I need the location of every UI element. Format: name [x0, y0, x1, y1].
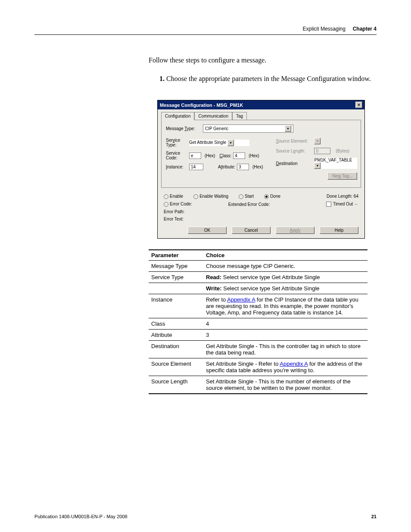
attribute-label: Attribute: [218, 165, 235, 169]
instance-input[interactable]: 14 [189, 164, 203, 170]
choice-cell: Set Attribute Single - Refer to Appendix… [203, 358, 367, 376]
hex-label: (Hex) [252, 165, 263, 169]
instance-label: Instance: [166, 165, 187, 169]
dialog-titlebar: Message Configuration - MSG_PM1K × [158, 100, 364, 109]
service-type-value: Get Attribute Single [189, 140, 226, 145]
param-cell: Source Element [149, 358, 203, 376]
tab-configuration[interactable]: Configuration [161, 112, 194, 120]
status-row: Enable Enable Waiting Start Done Done Le… [158, 191, 364, 202]
class-label: Class: [219, 153, 231, 158]
service-code-label: ServiceCode: [166, 151, 187, 160]
choice-cell: Choose message type CIP Generic. [203, 261, 367, 272]
choice-cell: Write: Select service type Set Attribute… [203, 283, 367, 294]
appendix-link[interactable]: Appendix A [280, 361, 308, 367]
param-cell: Source Length [149, 376, 203, 394]
destination-value: PM1K_VAF_TABLE [314, 158, 352, 162]
service-type-select[interactable]: Get Attribute Single ▼ [189, 140, 249, 146]
message-config-dialog: Message Configuration - MSG_PM1K × Confi… [157, 100, 365, 239]
table-row: Destination Get Attribute Single - This … [149, 341, 367, 358]
extended-error-label: Extended Error Code: [228, 202, 270, 207]
enable-waiting-radio: Enable Waiting [193, 194, 228, 199]
appendix-link[interactable]: Appendix A [227, 296, 255, 303]
tab-tag[interactable]: Tag [232, 112, 247, 120]
intro-text: Follow these steps to configure a messag… [149, 56, 377, 64]
choice-cell: Refer to Appendix A for the CIP Instance… [203, 294, 367, 318]
bytes-label: (Bytes) [336, 149, 349, 153]
table-row: Instance Refer to Appendix A for the CIP… [149, 294, 367, 318]
destination-select[interactable]: PM1K_VAF_TABLE ▼ [314, 158, 357, 169]
table-header-choice: Choice [203, 250, 367, 261]
table-row: Service Type Read: Select service type G… [149, 272, 367, 283]
choice-cell: Read: Select service type Get Attribute … [203, 272, 367, 283]
table-row: Message Type Choose message type CIP Gen… [149, 261, 367, 272]
param-cell: Service Type [149, 272, 203, 283]
breadcrumb-section: Explicit Messaging [303, 26, 346, 32]
error-code-radio: Error Code: [164, 202, 192, 207]
dialog-title: Message Configuration - MSG_PM1K [160, 103, 243, 108]
table-row: Class 4 [149, 318, 367, 330]
chevron-down-icon[interactable]: ▼ [285, 125, 291, 132]
publication-id: Publication 1408-UM001B-EN-P - May 2008 [34, 514, 128, 519]
table-row: Attribute 3 [149, 330, 367, 341]
table-header-parameter: Parameter [149, 250, 203, 261]
apply-button: Apply [276, 227, 314, 234]
tab-communication[interactable]: Communication [194, 112, 232, 120]
enable-radio: Enable [164, 194, 183, 199]
choice-cell: Get Attribute Single - This is the contr… [203, 341, 367, 358]
parameter-table: Parameter Choice Message Type Choose mes… [149, 249, 367, 394]
choice-cell: 4 [203, 318, 367, 330]
right-column: Source Element: ▼ Source Length: 0 (Byte… [276, 138, 357, 183]
page-number: 21 [371, 514, 377, 519]
chevron-down-icon[interactable]: ▼ [227, 140, 234, 146]
close-icon[interactable]: × [355, 102, 362, 108]
message-type-value: CIP Generic [205, 126, 228, 131]
service-code-input[interactable]: e [189, 152, 201, 159]
message-type-select[interactable]: CIP Generic ▼ [203, 124, 293, 133]
error-text-label: Error Text: [158, 217, 364, 224]
param-cell [149, 283, 203, 294]
table-row: Source Element Set Attribute Single - Re… [149, 358, 367, 376]
breadcrumb-chapter: Chapter 4 [353, 26, 377, 32]
choice-cell: Set Attribute Single - This is the numbe… [203, 376, 367, 394]
param-cell: Instance [149, 294, 203, 318]
done-radio: Done [264, 194, 280, 199]
service-type-label: ServiceType: [166, 138, 187, 147]
param-cell: Message Type [149, 261, 203, 272]
new-tag-button[interactable]: New Tag... [327, 172, 357, 180]
hex-label: (Hex) [249, 153, 259, 158]
header-rule [34, 34, 377, 35]
help-button[interactable]: Help [320, 227, 358, 234]
ok-button[interactable]: OK [188, 227, 227, 234]
step-text: Choose the appropriate parameters in the… [166, 75, 371, 82]
chevron-down-icon[interactable]: ▼ [314, 162, 321, 169]
tab-bar: Configuration Communication Tag [158, 109, 364, 120]
table-row: Source Length Set Attribute Single - Thi… [149, 376, 367, 394]
cancel-button[interactable]: Cancel [232, 227, 271, 234]
table-row: Write: Select service type Set Attribute… [149, 283, 367, 294]
source-length-input: 0 [314, 148, 330, 154]
page-header: Explicit Messaging Chapter 4 [34, 26, 377, 32]
destination-label: Destination [276, 161, 312, 166]
class-input[interactable]: 4 [233, 152, 245, 159]
source-element-select: ▼ [314, 138, 357, 144]
source-length-label: Source Length: [276, 149, 312, 153]
done-length-label: Done Length: 64 [327, 194, 358, 199]
step-1: 1. Choose the appropriate parameters in … [159, 75, 377, 83]
chevron-down-icon: ▼ [314, 138, 321, 144]
choice-cell: 3 [203, 330, 367, 341]
start-radio: Start [239, 194, 254, 199]
param-cell: Class [149, 318, 203, 330]
message-type-label: Message Type: [166, 126, 200, 131]
source-element-label: Source Element: [276, 139, 312, 143]
error-path-label: Error Path: [158, 209, 364, 217]
param-cell: Destination [149, 341, 203, 358]
page-footer: Publication 1408-UM001B-EN-P - May 2008 … [34, 514, 377, 519]
hex-label: (Hex) [205, 153, 215, 158]
step-number: 1. [159, 75, 165, 82]
tab-panel: Message Type: CIP Generic ▼ ServiceType:… [161, 120, 361, 188]
param-cell: Attribute [149, 330, 203, 341]
dialog-buttons: OK Cancel Apply Help [158, 224, 364, 238]
attribute-input[interactable]: 3 [237, 164, 249, 170]
left-column: ServiceType: Get Attribute Single ▼ Serv… [166, 138, 263, 183]
timed-out-checkbox[interactable]: Timed Out ← [326, 202, 358, 207]
